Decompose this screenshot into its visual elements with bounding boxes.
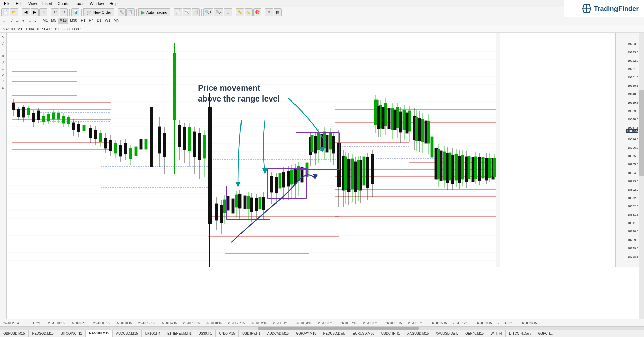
menu-charts[interactable]: Charts bbox=[55, 1, 72, 7]
toolbar-chart-type[interactable]: 📈 bbox=[174, 8, 182, 16]
toolbar-chart-type3[interactable]: ⬜ bbox=[192, 8, 200, 16]
tab-cn50[interactable]: CN50,M15 bbox=[216, 330, 239, 337]
svg-rect-105 bbox=[119, 145, 122, 156]
right-scrollbar[interactable] bbox=[639, 33, 644, 319]
tf-m1[interactable]: M1 bbox=[41, 18, 49, 24]
toolbar-chart-type2[interactable]: 📉 bbox=[183, 8, 191, 16]
text-tool[interactable]: T bbox=[21, 19, 26, 24]
svg-rect-243 bbox=[363, 157, 365, 185]
price-19201: 19201.5 bbox=[627, 67, 638, 71]
toolbar-fit[interactable]: ⊞ bbox=[224, 8, 232, 16]
menu-tools[interactable]: Tools bbox=[72, 1, 87, 7]
tf-mn[interactable]: MN bbox=[112, 18, 121, 24]
svg-rect-113 bbox=[42, 116, 45, 122]
scrollbar-thumb-v[interactable] bbox=[639, 90, 644, 176]
svg-rect-291 bbox=[478, 157, 481, 181]
tab-gbpusd[interactable]: GBPUSD,M15 bbox=[0, 330, 29, 337]
tab-nzdusd[interactable]: NZDUSD,Daily bbox=[320, 330, 350, 337]
menu-insert[interactable]: Insert bbox=[40, 1, 55, 7]
menu-view[interactable]: View bbox=[25, 1, 40, 7]
menu-help[interactable]: Help bbox=[107, 1, 120, 7]
menu-edit[interactable]: Edit bbox=[13, 1, 25, 7]
fib-draw[interactable]: 𝓕 bbox=[1, 60, 6, 65]
price-18728: 18728.5 bbox=[627, 255, 638, 258]
tab-xagusd[interactable]: XAGUSD,M15 bbox=[404, 330, 432, 337]
more-tools[interactable]: ▾ bbox=[33, 19, 38, 24]
menu-window[interactable]: Window bbox=[87, 1, 107, 7]
tf-h4[interactable]: H4 bbox=[87, 18, 95, 24]
toolbar-settings[interactable]: ⚙ bbox=[265, 8, 273, 16]
tab-wti[interactable]: WTI,H4 bbox=[487, 330, 506, 337]
tab-nas100[interactable]: NAS100,M15 bbox=[86, 330, 113, 337]
toolbar-more2[interactable]: 📐 bbox=[245, 8, 253, 16]
hline-tool[interactable]: ─ bbox=[15, 19, 20, 24]
channel-draw[interactable]: ≡ bbox=[1, 53, 6, 59]
chart-main[interactable]: Price movement above the range level 192… bbox=[7, 33, 639, 319]
horizontal-scrollbar[interactable] bbox=[0, 326, 644, 330]
new-order-button[interactable]: 🛒 New Order bbox=[83, 8, 114, 16]
svg-rect-185 bbox=[270, 176, 273, 192]
toolbar-close[interactable]: ✕ bbox=[39, 8, 47, 16]
toolbar-new-chart[interactable]: 📄 bbox=[1, 8, 9, 16]
toolbar-zoom-in[interactable]: 🔍+ bbox=[203, 8, 213, 16]
toolbar-more4[interactable]: ▤ bbox=[274, 8, 282, 16]
tab-audcad[interactable]: AUDCAD,M15 bbox=[264, 330, 292, 337]
tab-bitcoin[interactable]: BITCOINC,H1 bbox=[57, 330, 86, 337]
tab-eurusd[interactable]: EURUSD,M30 bbox=[349, 330, 378, 337]
toolbar-indicators[interactable]: 📊 bbox=[71, 8, 79, 16]
text-draw[interactable]: A bbox=[1, 72, 6, 78]
line-draw[interactable]: ╱ bbox=[1, 41, 6, 46]
date-label-14: 26 Jul 05:15 bbox=[318, 321, 334, 325]
tab-audusd[interactable]: AUDUSD,M15 bbox=[113, 330, 141, 337]
tf-m15[interactable]: M15 bbox=[58, 18, 68, 24]
svg-rect-311 bbox=[455, 154, 458, 180]
toolbar-zoom-out[interactable]: 🔍- bbox=[214, 8, 223, 16]
tab-nzdsgd[interactable]: NZDSGD,M15 bbox=[29, 330, 57, 337]
tf-h1[interactable]: H1 bbox=[79, 18, 87, 24]
cursor-tool[interactable]: ↖ bbox=[1, 34, 6, 40]
tf-m30[interactable]: M30 bbox=[69, 18, 78, 24]
svg-rect-287 bbox=[465, 157, 468, 182]
arrow-draw[interactable]: ↗ bbox=[1, 79, 6, 84]
measure-tool[interactable]: ⊡ bbox=[1, 85, 6, 90]
tab-ethereum[interactable]: ETHEREUM,H1 bbox=[164, 330, 195, 337]
tab-usdchf[interactable]: USDCHF,H1 bbox=[378, 330, 404, 337]
svg-rect-157 bbox=[208, 107, 212, 224]
toolbar-back[interactable]: ◀ bbox=[22, 8, 30, 16]
toolbar-btn-6[interactable]: 🔧 bbox=[118, 8, 126, 16]
toolbar-undo[interactable]: ↩ bbox=[51, 8, 59, 16]
menu-file[interactable]: File bbox=[1, 1, 13, 7]
svg-rect-193 bbox=[294, 169, 297, 184]
tab-ger40[interactable]: GER40,M15 bbox=[462, 330, 487, 337]
toolbar-open[interactable]: 📂 bbox=[10, 8, 18, 16]
toolbar-sep-6 bbox=[136, 9, 137, 16]
tf-m5[interactable]: M5 bbox=[50, 18, 57, 24]
tab-gbpjpy[interactable]: GBPJPY,M15 bbox=[292, 330, 320, 337]
auto-trading-button[interactable]: ▶ Auto Trading bbox=[138, 8, 170, 16]
tab-usdjpy[interactable]: USDJPY,H1 bbox=[239, 330, 264, 337]
toolbar-more3[interactable]: 🎯 bbox=[253, 8, 261, 16]
price-18892: 18892.0 bbox=[627, 188, 638, 191]
date-label-5: 25 Jul 10:15 bbox=[116, 321, 132, 325]
crosshair-tool[interactable]: ✛ bbox=[1, 19, 7, 24]
scrollbar-thumb-h[interactable] bbox=[258, 327, 419, 330]
tf-w1[interactable]: W1 bbox=[104, 18, 112, 24]
svg-rect-309 bbox=[449, 153, 451, 180]
svg-rect-275 bbox=[425, 121, 427, 143]
svg-rect-207 bbox=[314, 136, 317, 153]
hline-draw[interactable]: ─ bbox=[1, 47, 6, 52]
shape-draw[interactable]: □ bbox=[1, 66, 6, 71]
toolbar-redo[interactable]: ↪ bbox=[60, 8, 68, 16]
tab-bitcoindaily[interactable]: BITCOIN,Daily bbox=[506, 330, 535, 337]
tab-xauusd[interactable]: XAUUSD,Daily bbox=[432, 330, 462, 337]
tf-d1[interactable]: D1 bbox=[96, 18, 103, 24]
tab-us30[interactable]: US30,H1 bbox=[195, 330, 216, 337]
toolbar-btn-7[interactable]: 📋 bbox=[126, 8, 135, 16]
svg-rect-265 bbox=[394, 110, 396, 130]
arrow-tool[interactable]: → bbox=[27, 19, 32, 24]
toolbar-forward[interactable]: ▶ bbox=[31, 8, 39, 16]
line-tool[interactable]: ╱ bbox=[9, 19, 14, 24]
toolbar-more1[interactable]: 📏 bbox=[236, 8, 244, 16]
tab-uk100[interactable]: UK100,H4 bbox=[142, 330, 164, 337]
tab-gbpch[interactable]: GBPCH... bbox=[535, 330, 557, 337]
